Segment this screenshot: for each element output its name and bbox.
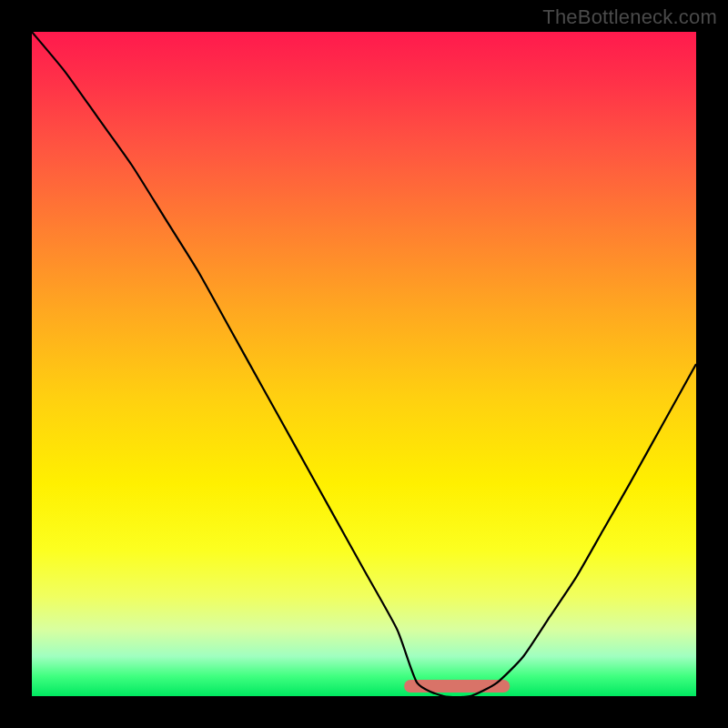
attribution-label: TheBottleneck.com <box>542 5 717 29</box>
chart-frame: TheBottleneck.com <box>0 0 728 728</box>
bottleneck-curve <box>32 32 696 696</box>
curve-layer <box>32 32 696 696</box>
plot-area <box>32 32 696 696</box>
